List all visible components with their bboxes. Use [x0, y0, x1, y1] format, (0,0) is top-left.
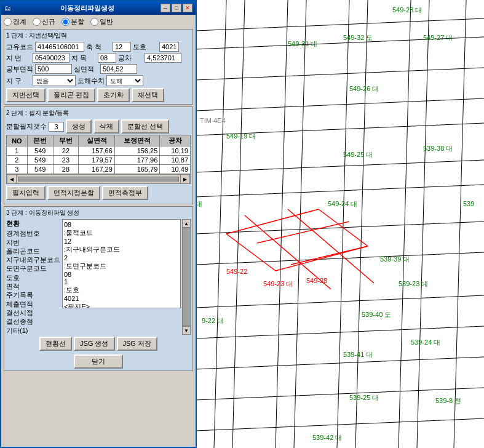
section1-title: 1 단계 : 지번선택/입력 — [6, 31, 191, 40]
log-label-지구: 지구내외구분코드 — [6, 255, 60, 264]
label-지목: 지 목 — [71, 54, 96, 63]
value-도호: 4021 — [159, 42, 179, 52]
svg-text:539-39 대: 539-39 대 — [380, 255, 410, 263]
지번선택-button[interactable]: 지번선택 — [6, 88, 46, 102]
main-window: 🗂 이동정리파일생성 ─ □ ✕ 경계 신규 분할 일반 1 단계 : — [0, 0, 197, 448]
log-label-도호: 도호 — [6, 273, 60, 282]
col-공차: 공차 — [160, 135, 191, 146]
svg-text:549-24 대: 549-24 대 — [328, 200, 357, 207]
select-도해수치[interactable]: 도해 수치 — [106, 75, 143, 86]
면적지정분할-button[interactable]: 면적지정분할 — [47, 186, 100, 200]
label-축척: 축 척 — [86, 42, 111, 52]
면적측정부-button[interactable]: 면적측정부 — [102, 186, 148, 200]
jsg생성-button[interactable]: JSG 생성 — [74, 337, 114, 351]
닫기-button[interactable]: 닫기 — [74, 354, 123, 369]
svg-text:549-28 대: 549-28 대 — [392, 6, 422, 14]
log-scrollbar[interactable]: ▲ ▼ — [182, 219, 191, 335]
maximize-button[interactable]: □ — [172, 4, 181, 12]
section1-buttons: 지번선택 폴리곤 편집 초기화 재선택 — [6, 88, 191, 102]
log-label-면적: 면적 — [6, 282, 60, 290]
radio-group: 경계 신규 분할 일반 — [4, 17, 193, 26]
svg-text:549-22: 549-22 — [226, 268, 247, 275]
value-실면적: 504,52 — [100, 64, 137, 74]
log-label-폴리곤코드: 폴리곤코드 — [6, 247, 60, 255]
log-label-지번: 지번 — [6, 238, 60, 247]
svg-text:539-38 대: 539-38 대 — [423, 145, 453, 152]
minimize-button[interactable]: ─ — [161, 4, 170, 12]
table-row[interactable]: 254923179,57177,9610,87 — [7, 156, 191, 165]
log-content-area: 08:물적코드12:지구내외구분코드2:도면구분코드081:도호4021<필지E… — [62, 219, 191, 335]
svg-text:549-25 대: 549-25 대 — [343, 151, 373, 158]
svg-text:549-27 대: 549-27 대 — [423, 34, 453, 41]
col-no: NO — [7, 135, 28, 146]
scroll-track[interactable] — [18, 177, 179, 182]
parcel-table: NO 본번 부번 실면적 보정면적 공차 154922157,66156,251… — [6, 135, 191, 174]
svg-text:539-25 대: 539-25 대 — [349, 394, 379, 401]
field-row-면적: 공부면적 500 실면적 504,52 — [6, 64, 191, 74]
svg-text:539-24 대: 539-24 대 — [411, 338, 440, 346]
label-고유코드: 고유코드 — [6, 42, 33, 52]
close-button[interactable]: ✕ — [183, 4, 192, 12]
svg-text:TIM 4E4: TIM 4E4 — [200, 117, 226, 124]
label-분할필지갯수: 분할필지갯수 — [6, 122, 47, 131]
radio-신규-label: 신규 — [42, 17, 55, 26]
필지입력-button[interactable]: 필지입력 — [6, 186, 46, 200]
svg-text:539-8 전: 539-8 전 — [435, 397, 461, 404]
radio-경계[interactable]: 경계 — [4, 17, 26, 26]
scroll-left-btn[interactable]: ◀ — [7, 174, 17, 184]
분할선선택-button[interactable]: 분할선 선택 — [121, 119, 169, 134]
폴리곤편집-button[interactable]: 폴리곤 편집 — [47, 88, 95, 102]
svg-text:539: 539 — [463, 200, 474, 207]
section2-bottom-buttons: 필지입력 면적지정분할 면적측정부 — [6, 186, 191, 200]
scroll-down-btn[interactable]: ▼ — [182, 326, 191, 335]
삭제-button[interactable]: 삭제 — [93, 119, 119, 134]
window-title: 이동정리파일생성 — [60, 4, 114, 13]
table-row[interactable]: 354928167,29165,7910,49 — [7, 165, 191, 174]
select-지구[interactable]: 없음 — [33, 75, 76, 86]
현황선-button[interactable]: 현황선 — [39, 337, 72, 351]
split-count-input[interactable] — [49, 122, 64, 132]
scroll-right-btn[interactable]: ▶ — [180, 174, 190, 184]
scroll-track-v[interactable] — [182, 228, 191, 326]
log-label-기타: 기타(1) — [6, 326, 60, 335]
log-text-area[interactable]: 08:물적코드12:지구내외구분코드2:도면구분코드081:도호4021<필지E… — [62, 219, 181, 308]
log-label-주기목록: 주기목록 — [6, 290, 60, 299]
field-row-지구: 지 구 없음 도해수치 도해 수치 — [6, 75, 191, 86]
field-row-고유코드: 고유코드 41465106001 축 척 12 도호 4021 — [6, 42, 191, 52]
jsg저장-button[interactable]: JSG 저장 — [117, 337, 157, 351]
value-지번: 05490023 — [33, 53, 69, 63]
label-도호: 도호 — [133, 42, 157, 52]
log-label-도면: 도면구분코드 — [6, 264, 60, 273]
log-area: 현황 경계점번호 지번 폴리곤코드 지구내외구분코드 도면구분코드 도호 면적 … — [6, 219, 191, 335]
log-label-경계점번호: 경계점번호 — [6, 229, 60, 238]
label-도해수치: 도해수치 — [77, 76, 105, 86]
col-부번: 부번 — [53, 135, 79, 146]
svg-text:539-41 대: 539-41 대 — [343, 351, 373, 358]
radio-신규[interactable]: 신규 — [33, 17, 55, 26]
map-svg: 549-28 대 549-31 대 549-32 도 549-27 대 549-… — [196, 0, 484, 448]
section1: 1 단계 : 지번선택/입력 고유코드 41465106001 축 척 12 도… — [4, 29, 193, 105]
table-container: NO 본번 부번 실면적 보정면적 공차 154922157,66156,251… — [6, 135, 191, 184]
field-row-지번: 지 번 05490023 지 목 08 공차 4,523701 — [6, 53, 191, 63]
section2-title: 2 단계 : 필지 분할/등록 — [6, 109, 191, 118]
label-지구: 지 구 — [6, 76, 31, 86]
scroll-up-btn[interactable]: ▲ — [182, 219, 191, 228]
log-labels-col: 현황 경계점번호 지번 폴리곤코드 지구내외구분코드 도면구분코드 도호 면적 … — [6, 219, 60, 335]
col-실면적: 실면적 — [79, 135, 115, 146]
radio-일반[interactable]: 일반 — [90, 17, 113, 26]
value-공차: 4,523701 — [145, 53, 181, 63]
label-실면적: 실면적 — [74, 65, 98, 74]
label-공차: 공차 — [118, 54, 143, 63]
section3: 3 단계 : 이동정리파일 생성 현황 경계점번호 지번 폴리곤코드 지구내외구… — [4, 206, 193, 371]
label-지번: 지 번 — [6, 54, 31, 63]
svg-text:549-26 대: 549-26 대 — [349, 85, 379, 92]
svg-text:549-23 대: 549-23 대 — [263, 280, 293, 287]
radio-분할[interactable]: 분할 — [61, 17, 84, 26]
horizontal-scrollbar[interactable]: ◀ ▶ — [6, 174, 191, 184]
svg-text:549-31 대: 549-31 대 — [288, 40, 317, 47]
value-고유코드: 41465106001 — [35, 42, 84, 52]
table-row[interactable]: 154922157,66156,2510,19 — [7, 146, 191, 156]
재선택-button[interactable]: 재선택 — [132, 88, 164, 102]
생성-button[interactable]: 생성 — [66, 119, 92, 134]
초기화-button[interactable]: 초기화 — [97, 88, 130, 102]
